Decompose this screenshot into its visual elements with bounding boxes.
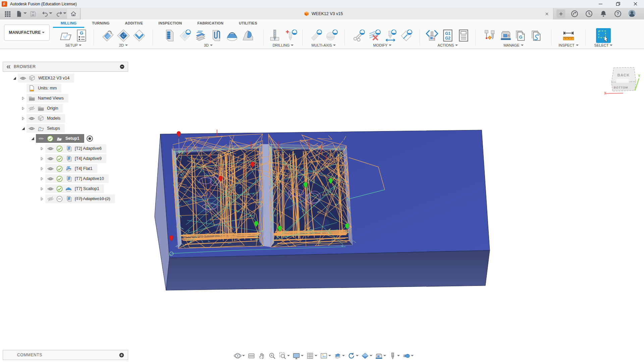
visibility-eye-icon[interactable]	[19, 75, 26, 82]
active-setup-radio-icon[interactable]	[86, 135, 93, 142]
visibility-eye-icon[interactable]	[47, 185, 54, 192]
ribbon-group-label-inspect[interactable]: INSPECT	[558, 43, 579, 47]
ribbon-button-g1g2-doc[interactable]: G1G2	[440, 28, 455, 43]
grid-dropdown-icon[interactable]	[315, 355, 317, 358]
component-icon[interactable]	[37, 115, 44, 122]
file-menu-icon[interactable]	[14, 9, 23, 18]
browser-collapse-all-icon[interactable]	[119, 64, 125, 69]
expander-closed-icon[interactable]	[39, 176, 45, 182]
ribbon-button-2d-pocket[interactable]	[116, 28, 131, 43]
display-settings-dropdown-icon[interactable]	[301, 355, 304, 358]
tool-dropdown-icon[interactable]	[397, 355, 400, 358]
op-flat-icon[interactable]	[65, 165, 72, 172]
comments-bar[interactable]: COMMENTS	[3, 350, 128, 360]
browser-item-t2-adaptive6[interactable]: [T2] Adaptive6	[3, 143, 128, 154]
tab-additive[interactable]: ADDITIVE	[117, 19, 151, 28]
nav-pan-button[interactable]	[257, 351, 267, 360]
ribbon-button-swarf[interactable]	[309, 28, 323, 43]
browser-item-t7-adaptive10[interactable]: [T7] Adaptive10	[3, 174, 128, 184]
nav-viewports-button[interactable]	[319, 351, 332, 360]
generated-check-icon[interactable]	[56, 185, 63, 192]
ribbon-button-nc-programs[interactable]: G	[514, 28, 529, 43]
ribbon-button-trim-toolpath[interactable]	[352, 28, 366, 43]
ribbon-button-edit-path[interactable]	[399, 28, 414, 43]
orbit-dropdown-icon[interactable]	[242, 355, 245, 358]
ribbon-button-delete-passes[interactable]	[367, 28, 382, 43]
nav-stock-button[interactable]	[360, 351, 374, 360]
ribbon-button-machine-library[interactable]	[498, 28, 513, 43]
ribbon-button-3d-morph[interactable]	[209, 28, 224, 43]
units-doc-icon[interactable]	[28, 85, 35, 92]
ribbon-group-label-drilling[interactable]: DRILLING	[273, 43, 294, 47]
browser-item-named-views[interactable]: Named Views	[3, 93, 128, 103]
file-menu-dropdown-icon[interactable]	[23, 12, 27, 16]
toolpath-display-dropdown-icon[interactable]	[342, 355, 345, 358]
ribbon-group-label-manage[interactable]: MANAGE	[503, 43, 524, 47]
visibility-eye-icon[interactable]	[47, 145, 54, 152]
notifications-bell-icon[interactable]	[599, 10, 607, 18]
ribbon-button-3d-steep-shallow[interactable]	[177, 28, 192, 43]
visibility-eye-icon[interactable]	[47, 155, 54, 162]
ribbon-button-3d-ramp[interactable]	[240, 28, 255, 43]
ribbon-button-templates[interactable]	[530, 28, 545, 43]
nav-machine-button[interactable]	[374, 351, 387, 360]
ribbon-group-label-multi-axis[interactable]: MULTI-AXIS	[312, 43, 336, 47]
ribbon-button-tool-library[interactable]	[483, 28, 497, 43]
browser-item-t7-scallop1[interactable]: [T7] Scallop1	[3, 184, 128, 194]
op-scallop-icon[interactable]	[65, 185, 72, 192]
extensions-icon[interactable]	[571, 10, 579, 18]
viewcube-top-label[interactable]: BACK	[617, 73, 630, 77]
new-document-tab-button[interactable]	[556, 9, 565, 18]
generated-check-icon[interactable]	[47, 135, 54, 142]
folder-open-icon[interactable]	[37, 125, 44, 132]
expander-closed-icon[interactable]	[39, 145, 45, 152]
ribbon-button-select[interactable]	[596, 28, 611, 43]
ribbon-button-2d-contour[interactable]	[132, 28, 147, 43]
component-icon[interactable]	[29, 75, 36, 82]
ribbon-button-feed-optimization[interactable]	[383, 28, 398, 43]
view-cube[interactable]: BACK BOTTOM X Y	[602, 62, 644, 101]
generated-check-icon[interactable]	[56, 175, 63, 182]
browser-collapse-icon[interactable]	[6, 64, 11, 69]
maximize-button[interactable]	[609, 0, 627, 8]
browser-item-t7-adaptive10-2[interactable]: [T7] Adaptive10 (2)	[3, 194, 128, 204]
op-adaptive-icon[interactable]	[65, 155, 72, 162]
nav-tool-button[interactable]	[387, 351, 401, 360]
generated-check-icon[interactable]	[56, 165, 63, 172]
expander-closed-icon[interactable]	[20, 105, 26, 112]
machine-dropdown-icon[interactable]	[383, 355, 386, 358]
tab-utilities[interactable]: UTILITIES	[231, 19, 265, 28]
folder-icon[interactable]	[37, 105, 44, 112]
ribbon-group-label-modify[interactable]: MODIFY	[373, 43, 392, 47]
ribbon-button-drill[interactable]	[268, 28, 283, 43]
nav-zoom-button[interactable]	[267, 351, 277, 360]
ribbon-button-setup-sheet[interactable]	[456, 28, 471, 43]
browser-item-origin[interactable]: Origin	[3, 103, 128, 113]
nav-grid-button[interactable]	[305, 351, 319, 360]
expander-open-icon[interactable]	[30, 135, 36, 142]
suppressed-icon[interactable]	[56, 195, 63, 202]
nav-orbit-button[interactable]	[232, 351, 246, 360]
visibility-eye-icon[interactable]	[28, 115, 35, 122]
tab-turning[interactable]: TURNING	[84, 19, 117, 28]
generated-check-icon[interactable]	[56, 145, 63, 152]
browser-item-models[interactable]: Models	[3, 113, 128, 123]
ribbon-button-3d-adaptive[interactable]	[162, 28, 176, 43]
ribbon-button-3d-scallop[interactable]	[225, 28, 239, 43]
folder-icon[interactable]	[28, 95, 35, 102]
file-home-button[interactable]	[67, 9, 80, 19]
visibility-eye-icon[interactable]	[47, 175, 54, 182]
nav-toolpath-display-button[interactable]	[332, 351, 346, 360]
ribbon-group-label-3d[interactable]: 3D	[204, 43, 213, 47]
nav-regenerate-button[interactable]	[346, 351, 360, 360]
expander-closed-icon[interactable]	[20, 95, 26, 102]
document-tab[interactable]: WEEK12 V3 v15	[80, 8, 553, 19]
close-button[interactable]	[627, 0, 644, 8]
ribbon-button-setup-folder[interactable]	[58, 28, 73, 43]
undo-icon[interactable]	[40, 9, 50, 18]
tab-inspection[interactable]: INSPECTION	[151, 19, 190, 28]
ribbon-button-2d-adaptive[interactable]	[100, 28, 115, 43]
ribbon-button-3d-flat[interactable]	[193, 28, 208, 43]
viewports-dropdown-icon[interactable]	[328, 355, 331, 358]
document-close-icon[interactable]	[544, 11, 550, 17]
